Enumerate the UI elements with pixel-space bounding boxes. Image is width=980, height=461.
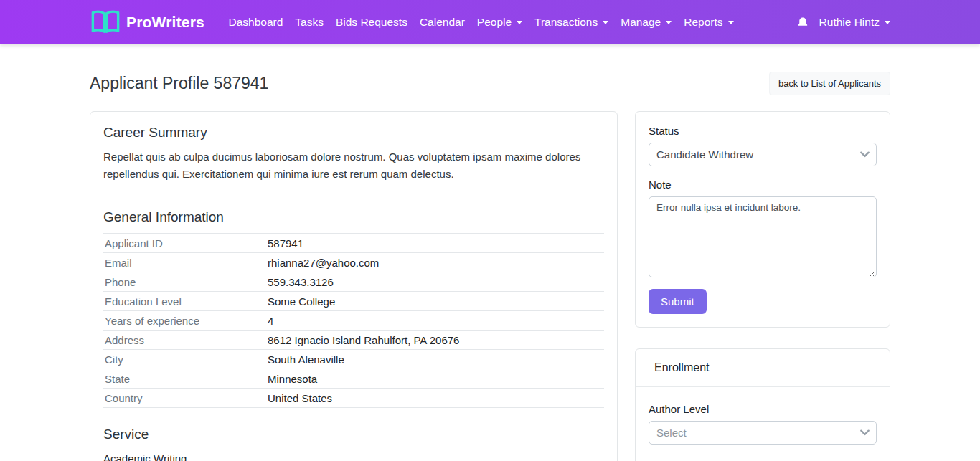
note-label: Note [649,179,877,191]
nav-dropdown-manage[interactable]: Manage [615,10,678,34]
navbar-container: ProWriters Dashboard Tasks Bids Requests… [90,9,890,35]
table-row: Applicant ID 587941 [103,234,604,253]
row-value: 587941 [266,234,604,253]
nav-dropdown-transactions[interactable]: Transactions [529,10,615,34]
page-title: Applicant Profile 587941 [90,74,268,93]
submit-button[interactable]: Submit [649,289,707,314]
career-summary-text: Repellat quis ab culpa ducimus laboriosa… [103,148,597,183]
bell-icon [796,16,809,29]
row-label: City [103,350,266,369]
section-divider [103,196,604,196]
note-textarea[interactable]: Error nulla ipsa et incidunt labore. [649,196,877,277]
career-summary-heading: Career Summary [103,125,604,141]
navbar-right: Ruthie Hintz [796,16,890,29]
row-value: 559.343.3126 [266,272,604,292]
left-column: Career Summary Repellat quis ab culpa du… [90,111,618,461]
user-name: Ruthie Hintz [819,16,880,29]
row-label: Address [103,331,266,350]
nav-link-bids-requests[interactable]: Bids Requests [329,10,413,34]
top-navbar: ProWriters Dashboard Tasks Bids Requests… [0,0,980,44]
nav-label: Dashboard [228,16,283,29]
author-level-select-wrap: Select [649,421,877,445]
general-information-heading: General Information [103,209,604,225]
row-label: Country [103,389,266,408]
row-label: Phone [103,272,266,292]
caret-down-icon [603,21,608,24]
general-information-table: Applicant ID 587941 Email rhianna27@yaho… [103,233,604,408]
nav-link-dashboard[interactable]: Dashboard [222,10,289,34]
table-row: State Minnesota [103,369,604,389]
enrollment-body: Author Level Select [636,387,890,461]
open-book-icon [90,9,121,35]
nav-dropdown-reports[interactable]: Reports [678,10,740,34]
nav-label: Calendar [420,16,465,29]
caret-down-icon [728,21,734,24]
author-level-label: Author Level [649,403,877,415]
table-row: Country United States [103,389,604,408]
table-row: Address 8612 Ignacio Island Rahulfort, P… [103,331,604,350]
content-columns: Career Summary Repellat quis ab culpa du… [90,111,890,461]
user-menu[interactable]: Ruthie Hintz [819,16,890,29]
nav-links: Dashboard Tasks Bids Requests Calendar P… [222,10,740,34]
table-row: Email rhianna27@yahoo.com [103,253,604,272]
main-content: Applicant Profile 587941 back to List of… [90,44,890,461]
service-heading: Service [103,427,604,442]
nav-label: Manage [621,16,661,29]
status-select[interactable]: Candidate Withdrew [649,143,877,166]
caret-down-icon [517,21,522,24]
row-label: Education Level [103,292,266,311]
row-label: State [103,369,266,389]
status-card: Status Candidate Withdrew Note Error nul… [635,111,890,328]
enrollment-heading: Enrollment [636,349,890,387]
caret-down-icon [885,21,890,24]
status-label: Status [649,125,877,137]
back-to-applicants-button[interactable]: back to List of Applicants [769,72,890,95]
service-value: Academic Writing [103,450,604,461]
brand-link[interactable]: ProWriters [90,9,204,35]
row-value: South Alenaville [266,350,604,369]
nav-label: Tasks [295,16,324,29]
notifications-button[interactable] [796,16,809,29]
nav-label: Bids Requests [336,16,407,29]
right-column: Status Candidate Withdrew Note Error nul… [635,111,890,461]
table-row: City South Alenaville [103,350,604,369]
row-value: 8612 Ignacio Island Rahulfort, PA 20676 [266,331,604,350]
nav-link-tasks[interactable]: Tasks [289,10,330,34]
row-value: rhianna27@yahoo.com [266,253,604,272]
table-row: Education Level Some College [103,292,604,311]
enrollment-card: Enrollment Author Level Select [635,348,890,461]
row-label: Years of experience [103,311,266,331]
row-value: 4 [266,311,604,331]
status-select-wrap: Candidate Withdrew [649,143,877,166]
row-value: Some College [266,292,604,311]
nav-link-calendar[interactable]: Calendar [413,10,471,34]
nav-label: Transactions [534,16,598,29]
caret-down-icon [666,21,672,24]
nav-dropdown-people[interactable]: People [471,10,528,34]
row-value: Minnesota [266,369,604,389]
title-row: Applicant Profile 587941 back to List of… [90,72,890,95]
applicant-details-card: Career Summary Repellat quis ab culpa du… [90,111,618,461]
nav-label: Reports [684,16,722,29]
row-label: Applicant ID [103,234,266,253]
nav-label: People [477,16,512,29]
brand-name: ProWriters [126,14,204,31]
table-row: Phone 559.343.3126 [103,272,604,292]
row-label: Email [103,253,266,272]
row-value: United States [266,389,604,408]
author-level-select[interactable]: Select [649,421,877,445]
table-row: Years of experience 4 [103,311,604,331]
